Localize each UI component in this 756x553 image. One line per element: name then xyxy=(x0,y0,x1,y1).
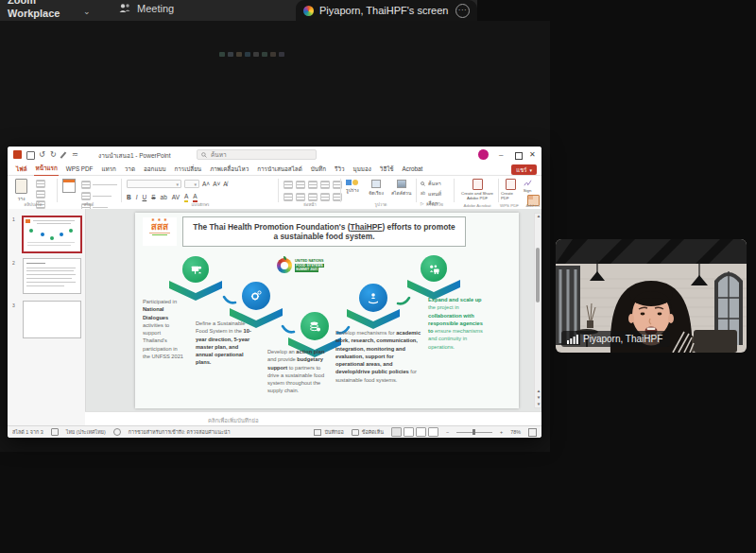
numbering-icon[interactable] xyxy=(296,181,305,189)
ppt-share-button[interactable]: แชร์ ▾ xyxy=(511,164,537,175)
step3-text[interactable]: Develop an action plan and provide budge… xyxy=(267,348,330,395)
italic-icon[interactable]: I xyxy=(136,194,138,201)
replace-button[interactable]: ab แทนที่ xyxy=(421,190,441,198)
previous-slide-icon[interactable]: ▲ xyxy=(535,389,541,394)
language-indicator[interactable]: ไทย (ประเทศไทย) xyxy=(66,428,106,436)
strikethrough-icon[interactable]: S xyxy=(151,194,155,201)
tab-insert[interactable]: แทรก xyxy=(100,163,116,176)
font-size-select[interactable]: ▾ xyxy=(184,180,199,188)
thaihealth-sss-logo[interactable]: ✱ ✱ ✱ สสส xyxy=(143,217,177,246)
quick-styles-button[interactable]: สไตล์ด่วน xyxy=(391,180,411,197)
step3-circle[interactable] xyxy=(301,312,329,340)
create-pdf-button[interactable]: Create PDF xyxy=(501,179,520,200)
save-icon[interactable] xyxy=(26,151,35,160)
tab-view[interactable]: มุมมอง xyxy=(352,163,372,176)
tab-wps-pdf[interactable]: WPS PDF xyxy=(65,164,94,174)
step5-circle[interactable] xyxy=(421,255,447,282)
tab-help[interactable]: วิธีใช้ xyxy=(379,163,395,176)
step5-text[interactable]: Expand and scale up the project in colla… xyxy=(428,296,483,351)
font-name-select[interactable]: ▾ xyxy=(127,180,181,188)
slide-thumbnail-2[interactable] xyxy=(23,258,81,294)
reset-icon[interactable] xyxy=(81,192,91,200)
bold-icon[interactable]: B xyxy=(127,194,131,201)
zoom-workplace-menu[interactable]: Zoom Workplace xyxy=(8,0,60,20)
customize-qat-icon[interactable]: ≂ xyxy=(72,150,78,159)
zoom-out-icon[interactable]: − xyxy=(446,429,449,435)
step2-text[interactable]: Define a Sustainable Food System in the … xyxy=(196,320,252,367)
find-button[interactable]: ค้นหา xyxy=(421,180,441,187)
accessibility-status[interactable]: การช่วยสำหรับการเข้าถึง: ตรวจสอบคำแนะนำ xyxy=(129,428,231,436)
tab-acrobat[interactable]: Acrobat xyxy=(402,164,424,174)
slideshow-view-icon[interactable] xyxy=(428,427,438,437)
step4-text[interactable]: Develop mechanisms for academic work, re… xyxy=(335,329,422,384)
justify-icon[interactable] xyxy=(320,193,330,201)
tab-home[interactable]: หน้าแรก xyxy=(34,162,58,177)
search-input[interactable]: ค้นหา xyxy=(197,149,317,160)
scroll-down-icon[interactable]: ▼ xyxy=(535,402,541,407)
more-options-ellipsis-icon[interactable]: ··· xyxy=(455,4,470,18)
step4-circle[interactable] xyxy=(359,284,387,312)
slide-scrollbar[interactable]: ▲ ▲ ▼ ▼ xyxy=(534,213,541,408)
indent-increase-icon[interactable] xyxy=(320,181,330,189)
zoom-in-icon[interactable]: + xyxy=(500,429,503,435)
notes-toggle[interactable]: บันทึกย่อ xyxy=(314,428,343,436)
sign-button[interactable]: Sign xyxy=(521,179,534,193)
tab-transitions[interactable]: การเปลี่ยน xyxy=(173,163,202,176)
undo-icon[interactable]: ↺ xyxy=(39,150,45,159)
chevron-down-icon[interactable]: ⌄ xyxy=(83,7,91,16)
text-shadow-icon[interactable]: ab xyxy=(161,194,167,201)
underline-icon[interactable]: U xyxy=(143,194,147,201)
tab-design[interactable]: ออกแบบ xyxy=(143,163,166,176)
minimize-button[interactable]: – xyxy=(499,150,503,159)
clear-format-icon[interactable]: A̸ xyxy=(223,181,227,188)
char-spacing-icon[interactable]: AV xyxy=(172,194,180,201)
step1-circle[interactable] xyxy=(182,256,209,283)
tab-file[interactable]: ไฟล์ xyxy=(15,163,27,176)
next-slide-icon[interactable]: ▼ xyxy=(535,395,541,401)
arrange-button[interactable]: จัดเรียง xyxy=(369,180,384,197)
bullets-icon[interactable] xyxy=(284,181,293,189)
align-right-icon[interactable] xyxy=(308,193,318,201)
maximize-button[interactable] xyxy=(515,152,523,160)
highlight-color-icon[interactable]: A xyxy=(184,193,188,202)
slide-title-box[interactable]: The Thai Health Promotion Foundation's (… xyxy=(182,216,466,247)
shapes-button[interactable]: รูปร่าง xyxy=(346,180,359,194)
powerpoint-app-icon[interactable] xyxy=(13,150,22,159)
comments-toggle[interactable]: ข้อคิดเห็น xyxy=(352,428,384,436)
reading-view-icon[interactable] xyxy=(416,427,426,437)
pen-icon[interactable] xyxy=(60,151,66,158)
layout-icon[interactable] xyxy=(81,181,91,189)
zoom-slider[interactable] xyxy=(456,432,492,433)
align-left-icon[interactable] xyxy=(284,193,293,201)
slide-thumbnail-3[interactable] xyxy=(23,301,81,338)
indent-decrease-icon[interactable] xyxy=(308,181,318,189)
paste-button[interactable]: วาง xyxy=(15,179,27,202)
zoom-slider-thumb[interactable] xyxy=(472,429,475,435)
align-center-icon[interactable] xyxy=(296,193,305,201)
tab-record[interactable]: บันทึก xyxy=(310,163,327,176)
create-share-adobe-pdf-button[interactable]: Create and Share Adobe PDF xyxy=(458,179,496,200)
fit-to-window-icon[interactable] xyxy=(528,428,537,437)
tab-shared-screen[interactable]: Piyaporn, ThaiHPF's screen ··· xyxy=(296,0,477,21)
step2-circle[interactable] xyxy=(242,282,270,310)
account-avatar[interactable] xyxy=(478,149,489,160)
new-slide-button[interactable] xyxy=(62,179,76,193)
grow-font-icon[interactable]: A˄ xyxy=(202,181,210,188)
slide-sorter-view-icon[interactable] xyxy=(404,427,414,437)
tab-meeting[interactable]: Meeting xyxy=(118,3,174,14)
close-button[interactable]: ✕ xyxy=(529,150,536,159)
normal-view-icon[interactable] xyxy=(391,427,402,437)
shrink-font-icon[interactable]: A˅ xyxy=(213,181,220,188)
redo-icon[interactable]: ↻ xyxy=(50,150,57,159)
notes-pane[interactable]: คลิกเพื่อเพิ่มบันทึกย่อ xyxy=(85,411,541,426)
zoom-percentage[interactable]: 78% xyxy=(510,429,521,435)
cut-icon[interactable] xyxy=(36,180,45,188)
tab-animations[interactable]: ภาพเคลื่อนไหว xyxy=(209,163,249,176)
tab-review[interactable]: รีวิว xyxy=(334,163,345,176)
tab-slideshow[interactable]: การนำเสนอสไลด์ xyxy=(256,163,303,176)
copy-icon[interactable] xyxy=(36,190,45,199)
scroll-up-icon[interactable]: ▲ xyxy=(535,214,541,219)
slide-thumbnail-1[interactable] xyxy=(22,216,82,253)
tab-draw[interactable]: วาด xyxy=(124,163,136,176)
scrollbar-thumb[interactable] xyxy=(536,248,540,302)
